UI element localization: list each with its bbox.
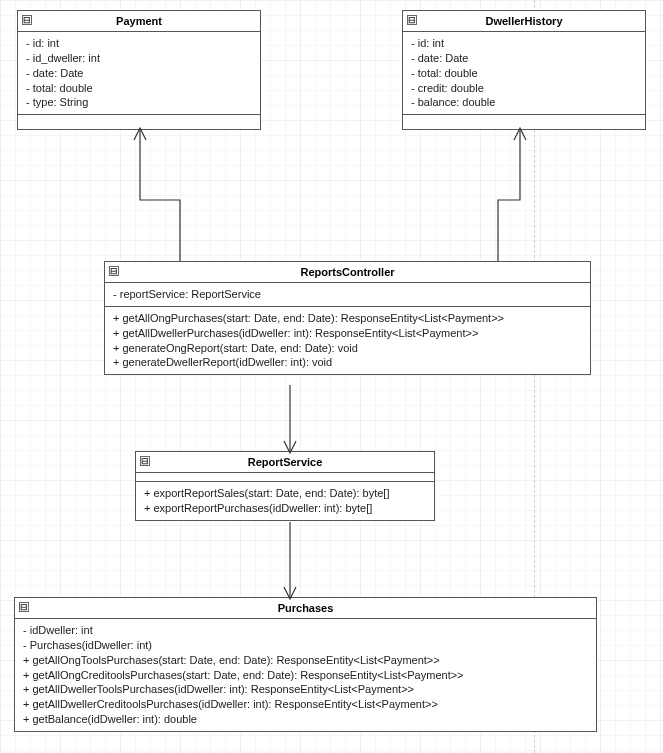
collapse-icon[interactable]: ⊟: [109, 266, 119, 276]
attr-row: - type: String: [26, 95, 252, 110]
methods-section: [18, 115, 260, 129]
class-dwellerhistory[interactable]: ⊟ DwellerHistory - id: int - date: Date …: [402, 10, 646, 130]
collapse-icon[interactable]: ⊟: [19, 602, 29, 612]
attr-row: - balance: double: [411, 95, 637, 110]
assoc-reportscontroller-dwellerhistory: [498, 130, 520, 261]
methods-section: + exportReportSales(start: Date, end: Da…: [136, 482, 434, 520]
attributes-section: [136, 473, 434, 482]
attr-row: - id: int: [411, 36, 637, 51]
collapse-icon[interactable]: ⊟: [407, 15, 417, 25]
attr-row: - total: double: [411, 66, 637, 81]
attr-row: - date: Date: [26, 66, 252, 81]
class-reportservice[interactable]: ⊟ ReportService + exportReportSales(star…: [135, 451, 435, 521]
assoc-reportscontroller-payment: [140, 130, 180, 261]
attr-row: - total: double: [26, 81, 252, 96]
method-row: + exportReportPurchases(idDweller: int):…: [144, 501, 426, 516]
class-name-label: Purchases: [278, 602, 334, 614]
method-row: + getBalance(idDweller: int): double: [23, 712, 588, 727]
class-title: ⊟ Payment: [18, 11, 260, 32]
method-row: + getAllOngToolsPurchases(start: Date, e…: [23, 653, 588, 668]
attr-row: - credit: double: [411, 81, 637, 96]
method-row: + getAllOngCreditoolsPurchases(start: Da…: [23, 668, 588, 683]
class-title: ⊟ Purchases: [15, 598, 596, 619]
class-name-label: Payment: [116, 15, 162, 27]
attributes-section: - id: int - date: Date - total: double -…: [403, 32, 645, 115]
attr-row: - Purchases(idDweller: int): [23, 638, 588, 653]
attributes-section: - idDweller: int - Purchases(idDweller: …: [15, 619, 596, 731]
class-name-label: DwellerHistory: [485, 15, 562, 27]
class-payment[interactable]: ⊟ Payment - id: int - id_dweller: int - …: [17, 10, 261, 130]
collapse-icon[interactable]: ⊟: [140, 456, 150, 466]
attr-row: - reportService: ReportService: [113, 287, 582, 302]
attr-row: - id: int: [26, 36, 252, 51]
collapse-icon[interactable]: ⊟: [22, 15, 32, 25]
method-row: + getAllDwellerToolsPurchases(idDweller:…: [23, 682, 588, 697]
attr-row: - date: Date: [411, 51, 637, 66]
class-title: ⊟ ReportsController: [105, 262, 590, 283]
attr-row: - idDweller: int: [23, 623, 588, 638]
attributes-section: - id: int - id_dweller: int - date: Date…: [18, 32, 260, 115]
method-row: + generateDwellerReport(idDweller: int):…: [113, 355, 582, 370]
attr-row: - id_dweller: int: [26, 51, 252, 66]
class-name-label: ReportService: [248, 456, 323, 468]
methods-section: [403, 115, 645, 129]
class-purchases[interactable]: ⊟ Purchases - idDweller: int - Purchases…: [14, 597, 597, 732]
method-row: + getAllDwellerCreditoolsPurchases(idDwe…: [23, 697, 588, 712]
class-name-label: ReportsController: [300, 266, 394, 278]
attributes-section: - reportService: ReportService: [105, 283, 590, 307]
methods-section: + getAllOngPurchases(start: Date, end: D…: [105, 307, 590, 374]
method-row: + getAllOngPurchases(start: Date, end: D…: [113, 311, 582, 326]
class-title: ⊟ ReportService: [136, 452, 434, 473]
method-row: + exportReportSales(start: Date, end: Da…: [144, 486, 426, 501]
method-row: + getAllDwellerPurchases(idDweller: int)…: [113, 326, 582, 341]
class-title: ⊟ DwellerHistory: [403, 11, 645, 32]
class-reportscontroller[interactable]: ⊟ ReportsController - reportService: Rep…: [104, 261, 591, 375]
method-row: + generateOngReport(start: Date, end: Da…: [113, 341, 582, 356]
